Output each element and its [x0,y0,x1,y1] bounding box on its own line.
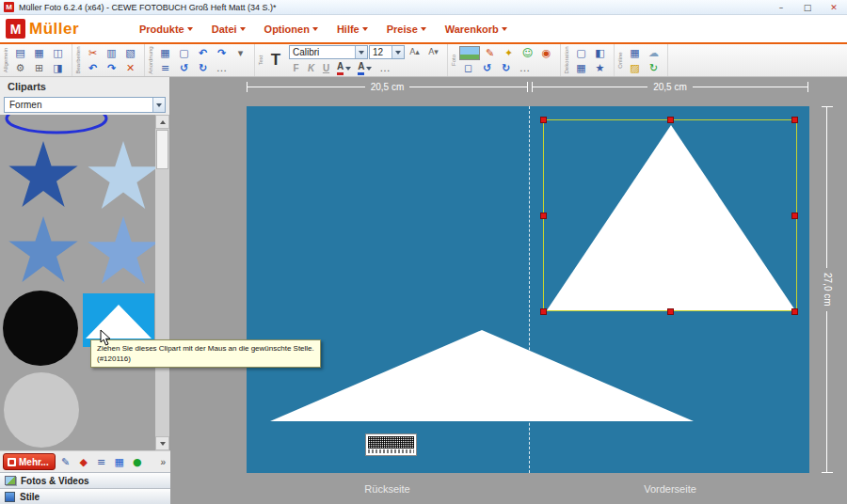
edit-tools-icon[interactable]: ✎ [57,454,74,470]
arrange-dropdown-icon[interactable]: ▾ [232,46,249,60]
menu-preise[interactable]: Preise [387,24,426,35]
decrease-font-button[interactable]: A▾ [424,45,442,59]
edit-photo-icon[interactable]: ✎ [481,46,499,60]
clipart-category-value: Formen [9,100,41,110]
section-label: Stile [20,492,40,502]
online-album-icon[interactable]: ▦ [626,46,644,60]
photo-icon[interactable] [459,46,480,60]
section-stile[interactable]: Stile [0,488,170,504]
shapes-icon[interactable]: ◆ [75,454,92,470]
menu-produkte[interactable]: Produkte [139,24,193,35]
menu-warenkorb[interactable]: Warenkorb [445,24,507,35]
photo-rotate-left-icon[interactable]: ↺ [478,61,496,75]
section-fotos-videos[interactable]: Fotos & Videos [0,472,170,488]
clipart-star-light[interactable] [85,213,156,288]
cut-icon[interactable]: ✂ [84,46,102,60]
undo-icon[interactable]: ↶ [84,61,102,75]
clipart-star-pale[interactable] [85,137,156,213]
rotate-right-icon[interactable]: ↻ [194,61,212,75]
list-view-icon[interactable]: ≡ [93,454,110,470]
toolbar-group-allgemein: Allgemein ▤▦◫ ⚙⊞◨ [0,44,72,76]
thumbnails-icon[interactable]: ▦ [111,454,128,470]
arrange-undo-icon[interactable]: ↶ [194,46,212,60]
clipart-library-icon[interactable]: ★ [591,61,609,75]
italic-button[interactable]: K [304,62,318,75]
font-size-select[interactable]: 12 [369,45,405,59]
grid-icon[interactable]: ▦ [156,46,174,60]
rotate-left-icon[interactable]: ↺ [175,61,193,75]
selection-handle-bottom-right[interactable] [791,308,798,315]
scroll-up-icon[interactable] [155,115,169,129]
selection-handle-bottom-middle[interactable] [667,308,674,315]
auto-enhance-icon[interactable]: ✦ [500,46,518,60]
open-project-icon[interactable]: ▦ [30,46,48,60]
toolbar-group-bearbeiten: Bearbeiten ✂▥▧ ↶↷✕ [72,44,145,76]
background-color-button[interactable]: A [355,62,375,75]
minimize-button[interactable]: – [768,0,794,14]
frames-icon[interactable]: ▢ [572,46,590,60]
selected-clipart-frame[interactable] [543,119,797,311]
upload-folder-icon[interactable]: ▨ [626,61,644,75]
clipart-star-medium[interactable] [6,213,81,286]
clipart-category-select[interactable]: Formen [4,97,166,113]
red-eye-icon[interactable]: ◉ [537,46,555,60]
text-tool-icon[interactable]: T [266,47,285,73]
scrollbar-thumb[interactable] [156,130,168,169]
font-family-select[interactable]: Calibri [289,45,368,59]
crop-icon[interactable]: ◻ [459,61,477,75]
white-triangle-front-page[interactable] [544,120,798,312]
menu-optionen[interactable]: Optionen [264,24,318,35]
clipart-circle-gray[interactable] [2,370,81,449]
text-more-button[interactable]: … [376,61,393,75]
masks-icon[interactable]: ◧ [591,46,609,60]
order-icon[interactable]: ◨ [49,61,67,75]
toolbar-icon-row: ≡↺↻… [156,61,249,75]
application-window: M Müller Foto 6.2.4 (x64) - CEWE FOTOBUC… [0,0,847,504]
white-triangle-back-page[interactable] [270,330,694,421]
selection-handle-bottom-left[interactable] [540,308,547,315]
mehr-button[interactable]: Mehr... [3,453,56,470]
clipart-scrollbar[interactable] [155,115,169,450]
settings-icon[interactable]: ⚙ [11,61,29,75]
cloud-icon[interactable]: ☁ [645,46,663,60]
new-project-icon[interactable]: ▤ [11,46,29,60]
selection-handle-top-left[interactable] [540,117,547,123]
panel-tool-icons: ✎◆≡▦● [57,454,146,470]
scroll-down-icon[interactable] [155,436,169,450]
save-project-icon[interactable]: ◫ [49,46,67,60]
selection-handle-top-middle[interactable] [667,117,674,123]
menu-hilfe[interactable]: Hilfe [337,24,368,35]
bold-button[interactable]: F [289,62,303,75]
maximize-button[interactable]: □ [794,0,821,14]
underline-button[interactable]: U [319,62,333,75]
paste-icon[interactable]: ▧ [121,46,139,60]
arrange-more-icon[interactable]: … [213,61,231,75]
copy-icon[interactable]: ▥ [103,46,120,60]
increase-font-button[interactable]: A▴ [406,45,424,59]
print-icon[interactable]: ⊞ [30,61,48,75]
align-icon[interactable]: ≡ [156,61,174,75]
selection-handle-middle-right[interactable] [791,213,798,219]
borders-icon[interactable]: ▦ [572,61,590,75]
clipart-circle-black[interactable] [2,290,79,367]
photo-rotate-right-icon[interactable]: ↻ [497,61,515,75]
arrange-redo-icon[interactable]: ↷ [213,46,231,60]
clipart-star-navy[interactable] [6,137,81,211]
fotos-videos-icon [5,476,16,485]
smiley-icon[interactable]: ☺ [519,46,536,60]
internet-cliparts-icon[interactable]: ● [129,454,146,470]
redo-icon[interactable]: ↷ [103,61,120,75]
font-size-value: 12 [373,47,383,57]
font-color-button[interactable]: A [334,62,354,75]
selection-handle-middle-left[interactable] [540,213,547,219]
ruler-label: 20,5 cm [365,82,410,92]
photo-more-icon[interactable]: … [516,61,534,75]
sync-icon[interactable]: ↻ [645,61,663,75]
menu-datei[interactable]: Datei [212,24,246,35]
close-button[interactable]: ✕ [821,0,847,14]
overflow-chevron-icon[interactable]: » [160,457,168,467]
clipart-grid [0,115,156,450]
bring-to-front-icon[interactable]: ▢ [175,46,193,60]
selection-handle-top-right[interactable] [791,117,798,123]
delete-icon[interactable]: ✕ [121,61,139,75]
